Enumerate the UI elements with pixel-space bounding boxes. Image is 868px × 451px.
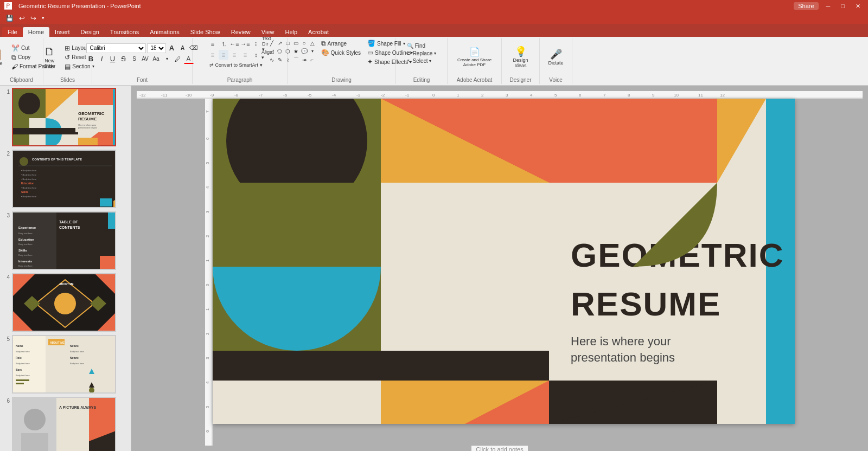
svg-text:3: 3 xyxy=(205,210,210,213)
svg-text:-10: -10 xyxy=(186,93,192,98)
share-button[interactable]: Share xyxy=(794,2,818,10)
shape-rtriangle[interactable]: ◿ xyxy=(268,47,276,55)
svg-text:• Body text here: • Body text here xyxy=(21,169,37,172)
shape-pentagon[interactable]: ⬠ xyxy=(276,47,284,55)
arrow-connector[interactable]: ↠ xyxy=(301,56,308,63)
bold-button[interactable]: B xyxy=(86,54,96,64)
tab-transitions[interactable]: Transitions xyxy=(105,27,144,37)
tab-review[interactable]: Review xyxy=(226,27,256,37)
decrease-indent-button[interactable]: ←≡ xyxy=(229,39,239,49)
title-bar-right: Share ─ □ ✕ xyxy=(794,2,864,10)
char-spacing-button[interactable]: AV xyxy=(141,54,150,64)
quick-styles-button[interactable]: 🎨 Quick Styles xyxy=(319,48,363,57)
qat-save[interactable]: 💾 xyxy=(4,14,15,22)
slide-thumb-6[interactable]: 6 A PICTURE ALWAYS xyxy=(2,397,129,451)
curve-tool[interactable]: ∿ xyxy=(268,56,276,63)
svg-text:-4: -4 xyxy=(332,93,336,98)
select-button[interactable]: ↖ Select ▾ xyxy=(405,57,439,65)
paste-button[interactable]: 📋 Paste xyxy=(0,48,7,67)
svg-text:-11: -11 xyxy=(161,93,168,98)
arrange-button[interactable]: ⧉ Arrange xyxy=(319,39,363,48)
increase-indent-button[interactable]: →≡ xyxy=(240,39,250,49)
shape-callout[interactable]: 💬 xyxy=(301,47,308,55)
line-spacing-button[interactable]: ↕ xyxy=(251,50,261,60)
tab-animations[interactable]: Animations xyxy=(144,27,184,37)
tab-design[interactable]: Design xyxy=(75,27,105,37)
shape-star[interactable]: ★ xyxy=(292,47,300,55)
new-slide-button[interactable]: 🗋 NewSlide xyxy=(39,45,60,70)
qat-redo[interactable]: ↪ xyxy=(29,14,38,23)
minimize-button[interactable]: ─ xyxy=(823,3,834,9)
qat-customize[interactable]: ▾ xyxy=(40,15,46,21)
slide-canvas[interactable]: GEOMETRIC RESUME Here is where your pres… xyxy=(213,99,795,424)
slide-panel: 1 xyxy=(0,86,131,451)
slide-thumb-1[interactable]: 1 xyxy=(2,88,129,146)
font-case-button[interactable]: Aa xyxy=(151,54,161,64)
scribble-tool[interactable]: ≀ xyxy=(284,56,292,63)
replace-button[interactable]: ↺ Replace ▾ xyxy=(405,50,439,57)
font-color-button[interactable]: A xyxy=(184,54,194,64)
connector-tool[interactable]: ⌒ xyxy=(292,56,300,63)
notes-area[interactable]: Click to add notes xyxy=(471,446,527,451)
tab-acrobat[interactable]: Acrobat xyxy=(303,27,334,37)
shapes-more[interactable]: ▾ xyxy=(309,47,316,55)
svg-marker-41 xyxy=(100,256,116,270)
slide-num-5: 5 xyxy=(2,335,10,342)
underline-button[interactable]: U xyxy=(108,54,118,64)
slide-thumb-5[interactable]: 5 ABOUT ME Name Body text here Role Body… xyxy=(2,335,129,394)
numbering-button[interactable]: ⒈ xyxy=(219,39,228,49)
shape-arrow[interactable]: ↗ xyxy=(276,39,284,47)
font-name-select[interactable]: Calibri xyxy=(86,43,146,53)
shape-hex[interactable]: ⬡ xyxy=(284,47,292,55)
svg-text:4: 4 xyxy=(530,93,533,98)
elbow-connector[interactable]: ⌐ xyxy=(309,56,316,63)
tab-insert[interactable]: Insert xyxy=(49,27,75,37)
strikethrough-button[interactable]: S xyxy=(119,54,129,64)
align-center-button[interactable]: ≡ xyxy=(219,50,228,60)
create-share-pdf-button[interactable]: 📄 Create and ShareAdobe PDF xyxy=(455,47,494,68)
shadow-button[interactable]: S xyxy=(130,54,139,64)
dictate-button[interactable]: 🎤 Dictate xyxy=(545,48,567,67)
shape-oval[interactable]: ○ xyxy=(301,39,308,47)
shape-line[interactable]: ╱ xyxy=(268,39,276,47)
svg-rect-76 xyxy=(21,433,48,451)
slide-preview-6: A PICTURE ALWAYS xyxy=(12,397,116,451)
tab-file[interactable]: File xyxy=(2,27,23,37)
svg-text:Education: Education xyxy=(18,238,34,241)
align-right-button[interactable]: ≡ xyxy=(229,50,239,60)
slide-thumb-2[interactable]: 2 CONTENTS OF THIS TEMPLATE • Body text … xyxy=(2,150,129,208)
maximize-button[interactable]: □ xyxy=(838,3,848,9)
justify-button[interactable]: ≡ xyxy=(240,50,250,60)
svg-text:8: 8 xyxy=(628,93,630,98)
increase-font-button[interactable]: A xyxy=(167,43,177,53)
italic-button[interactable]: I xyxy=(97,54,107,64)
columns-button[interactable]: ⫶ xyxy=(251,39,261,49)
design-ideas-button[interactable]: 💡 DesignIdeas xyxy=(510,46,532,69)
decrease-font-button[interactable]: A xyxy=(178,43,188,53)
tab-help[interactable]: Help xyxy=(279,27,303,37)
freeform-tool[interactable]: ✎ xyxy=(276,56,284,63)
qat-undo[interactable]: ↩ xyxy=(17,14,27,23)
find-button[interactable]: 🔍 Find xyxy=(405,42,439,49)
font-case-dropdown[interactable]: ▾ xyxy=(162,54,172,64)
shape-rounded-rect[interactable]: ▭ xyxy=(292,39,300,47)
align-left-button[interactable]: ≡ xyxy=(208,50,218,60)
svg-text:7: 7 xyxy=(603,93,606,98)
highlight-button[interactable]: 🖊 xyxy=(173,54,183,64)
tab-slideshow[interactable]: Slide Show xyxy=(185,27,226,37)
tab-home[interactable]: Home xyxy=(23,27,49,37)
shape-triangle[interactable]: △ xyxy=(309,39,316,47)
svg-text:Here is where your: Here is where your xyxy=(571,334,671,348)
svg-point-17 xyxy=(20,157,28,166)
close-button[interactable]: ✕ xyxy=(852,3,864,10)
slide-thumb-4[interactable]: 4 ABOUT ME xyxy=(2,273,129,332)
font-size-select[interactable]: 18 xyxy=(147,43,166,53)
convert-smartart-button[interactable]: ⇌ Convert to SmartArt ▾ xyxy=(208,62,264,68)
svg-text:presentation begins: presentation begins xyxy=(78,126,97,129)
bullets-button[interactable]: ≡ xyxy=(208,39,218,49)
svg-rect-9 xyxy=(78,138,98,146)
svg-rect-149 xyxy=(213,351,549,381)
shape-rect[interactable]: □ xyxy=(284,39,292,47)
svg-text:Education: Education xyxy=(21,182,34,185)
slide-thumb-3[interactable]: 3 TABLE OF CONTENTS Experience Body text… xyxy=(2,211,129,270)
